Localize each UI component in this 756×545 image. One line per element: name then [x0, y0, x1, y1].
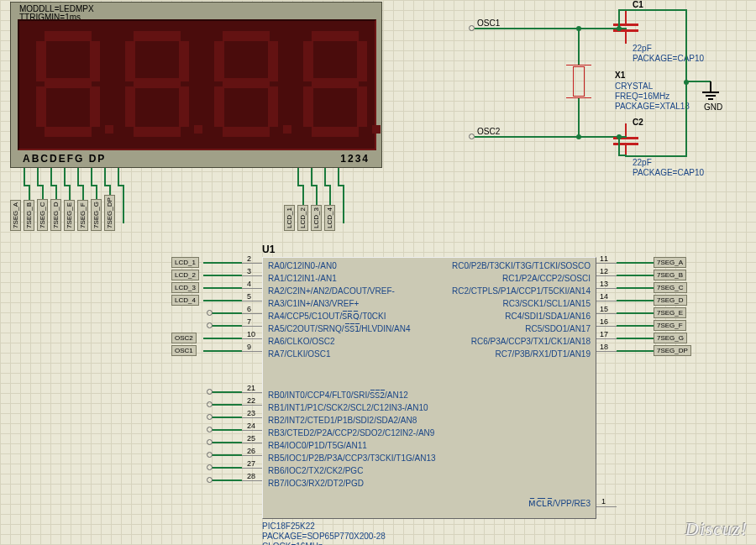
pin-num: 6 [247, 305, 251, 313]
open-terminal [207, 464, 213, 470]
pin-stub [242, 405, 262, 406]
wire [617, 275, 654, 276]
wire [212, 429, 242, 431]
wire [578, 28, 580, 65]
junction [576, 26, 581, 31]
c1-val: 22pF [633, 44, 652, 53]
wire [475, 136, 619, 138]
pin-stub [242, 288, 262, 289]
gnd-label: GND [704, 102, 722, 112]
pin-stub [596, 288, 617, 289]
legend-left: ABCDEFG DP [23, 153, 106, 165]
c1-ref: C1 [633, 0, 643, 9]
wire [625, 10, 627, 24]
wire [212, 467, 242, 469]
net-label: 7SEG_C [37, 199, 48, 231]
wire [24, 168, 25, 185]
junction [576, 134, 581, 139]
net-label: LCD_2 [171, 270, 199, 280]
terminal-osc1 [469, 25, 475, 31]
pin-mclr: M̅C̅L̅R̅/VPP/RE3 [528, 499, 591, 508]
net-label: LCD_4 [171, 295, 199, 306]
net-label: LCD_4 [324, 205, 335, 231]
wire [297, 168, 299, 185]
net-osc1: OSC1 [477, 18, 500, 28]
pin-stub [242, 468, 262, 469]
pin-stub [242, 480, 262, 481]
pin-name: RB2/INT2/CTED1/P1B/SDI2/SDA2/AN8 [268, 416, 417, 425]
pin-stub [596, 263, 617, 264]
pin-stub [596, 313, 617, 314]
wire [91, 168, 92, 185]
net-label: LCD_3 [311, 205, 322, 231]
pin-name: RA4/CCP5/C1OUT/S̅R̅Q̅/T0CKI [268, 312, 386, 321]
pin-num: 4 [247, 280, 251, 288]
pin-num: 23 [247, 409, 255, 417]
wire [475, 28, 619, 29]
pin-name: RC2/CTPLS/P1A/CCP1/T5CKI/AN14 [452, 286, 591, 296]
pin-name: RA0/C12IN0-/AN0 [268, 261, 337, 270]
net-label: 7SEG_B [654, 270, 686, 280]
digit-2 [123, 29, 191, 139]
wire [338, 168, 339, 185]
x1-freq: FREQ=16MHz [615, 92, 669, 101]
x1-type: CRYSTAL [615, 81, 653, 91]
c2-pkg: PACKAGE=CAP10 [633, 168, 704, 177]
terminal-osc2 [469, 134, 475, 139]
net-label: 7SEG_C [654, 282, 687, 293]
pin-stub [596, 275, 617, 276]
pin-num: 28 [247, 472, 255, 480]
pin-num: 17 [600, 330, 608, 338]
wire [212, 417, 242, 418]
wire [625, 32, 627, 44]
pin-stub [242, 338, 262, 339]
pin-name: RA6/CLKO/OSC2 [268, 337, 334, 346]
pin-num: 22 [247, 396, 255, 405]
pin-name: RB1/INT1/P1C/SCK2/SCL2/C12IN3-/AN10 [268, 403, 428, 412]
pin-stub [242, 455, 262, 456]
pin-name: RC3/SCK1/SCL1/AN15 [503, 299, 591, 308]
net-label: LCD_3 [171, 282, 199, 293]
pin-name: RB5/IOC1/P2B/P3A/CCP3/T3CKI/T1G/AN13 [268, 453, 436, 463]
net-label: 7SEG_F [654, 320, 686, 331]
wire [212, 404, 242, 406]
net-label: OSC2 [171, 333, 197, 343]
digit-4 [302, 29, 369, 139]
wire [50, 168, 52, 185]
pin-name: RC7/P3B/RX1/DT1/AN19 [496, 349, 591, 359]
pin-name: RB3/CTED2/P2A/CCP2/SDO2/C12IN2-/AN9 [268, 428, 434, 438]
pin-name: RA2/C2IN+/AN2/DACOUT/VREF- [268, 286, 395, 296]
pin-num: 3 [247, 267, 251, 275]
wire [212, 325, 242, 327]
net-label: 7SEG_E [64, 200, 75, 231]
ic-footer-2: PACKAGE=SOP65P770X200-28 [262, 532, 386, 541]
ic-footer-1: PIC18F25K22 [262, 521, 315, 531]
pin-num: 25 [247, 434, 255, 443]
wire [64, 168, 66, 185]
junction [617, 26, 622, 31]
pin-num: 18 [600, 343, 608, 351]
x1-ref: X1 [615, 71, 625, 80]
wire [123, 185, 124, 223]
pin-name: RC1/P2A/CCP2/SOSCI [502, 274, 591, 283]
c1-pkg: PACKAGE=CAP10 [633, 54, 704, 63]
wire [625, 123, 627, 137]
open-terminal [207, 477, 213, 483]
junction [617, 134, 622, 139]
pin-num: 5 [247, 292, 251, 301]
open-terminal [207, 427, 213, 432]
net-label: 7SEG_B [24, 200, 34, 231]
net-label: 7SEG_E [654, 307, 686, 318]
pin-num: 14 [600, 292, 608, 301]
net-label: 7SEG_DP [654, 345, 691, 356]
pin-num: 27 [247, 459, 255, 468]
pin-stub [242, 443, 262, 443]
wire [104, 168, 106, 185]
pin-stub [242, 351, 262, 352]
pin-num: 9 [247, 343, 251, 351]
display-legend: ABCDEFG DP 1234 [23, 153, 370, 165]
ic-ref: U1 [262, 244, 275, 255]
net-label: LCD_1 [284, 205, 295, 231]
pin-name: RC0/P2B/T3CKI/T3G/T1CKI/SOSCO [452, 261, 591, 270]
wire [685, 81, 711, 82]
